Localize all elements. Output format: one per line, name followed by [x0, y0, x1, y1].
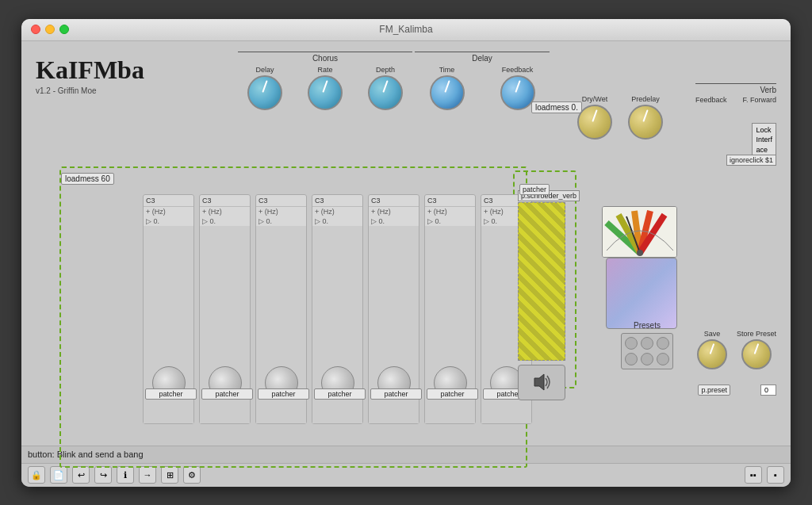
ch1-freq: + (Hz)	[144, 207, 193, 216]
chorus-delay-label: Delay	[255, 66, 274, 74]
predelay-group: Predelay	[628, 95, 663, 140]
close-button[interactable]	[31, 25, 40, 34]
vu-gauge-svg	[603, 207, 677, 258]
delay-section: Delay Time Feedback	[415, 52, 550, 110]
chorus-delay-group: Delay	[247, 66, 282, 110]
store-preset-label: Store Preset	[737, 330, 776, 338]
ch5-note: C3	[369, 195, 419, 207]
ch2-val[interactable]: ▷ 0.	[200, 216, 250, 226]
main-window: FM_Kalimba KaIFMba v1.2 - Griffin Moe lo…	[21, 19, 791, 487]
maximize-button[interactable]	[59, 25, 69, 34]
preset-dot-1[interactable]	[625, 337, 638, 350]
toolbar-undo[interactable]: ↩	[72, 466, 90, 484]
speaker-icon	[530, 370, 553, 394]
chorus-rate-knob[interactable]	[308, 75, 343, 110]
toolbar-resize2[interactable]: ▪	[767, 466, 784, 484]
main-content: KaIFMba v1.2 - Griffin Moe loadmess 60 l…	[21, 41, 791, 446]
logo-area: KaIFMba v1.2 - Griffin Moe	[36, 55, 139, 95]
svg-marker-0	[534, 374, 544, 390]
delay-feedback-label: Feedback	[502, 66, 534, 74]
presets-label: Presets	[621, 321, 673, 330]
predelay-knob[interactable]	[628, 105, 663, 140]
verb-label: Verb	[695, 83, 776, 94]
minimize-button[interactable]	[45, 25, 55, 34]
chorus-label: Chorus	[238, 52, 412, 63]
toolbar-resize1[interactable]: ▪▪	[745, 466, 762, 484]
ch4-note: C3	[312, 195, 362, 207]
verb-section: Verb Feedback F. Forward	[695, 83, 776, 104]
toolbar-info[interactable]: ℹ	[117, 466, 134, 484]
toolbar-doc[interactable]: 📄	[50, 466, 67, 484]
chorus-depth-group: Depth	[368, 66, 403, 110]
save-knob[interactable]	[697, 339, 727, 369]
preset-dot-2[interactable]	[641, 337, 653, 350]
vu-meter	[602, 206, 677, 258]
ch3-val[interactable]: ▷ 0.	[256, 216, 306, 226]
delay-knobs: Time Feedback	[415, 66, 550, 110]
patcher-2[interactable]: patcher	[201, 388, 253, 400]
chorus-rate-label: Rate	[317, 66, 332, 74]
patcher-1[interactable]: patcher	[145, 388, 197, 400]
drywet-predelay-area: Dry/Wet Predelay	[577, 95, 663, 140]
delay-label: Delay	[415, 52, 550, 63]
app-subtitle: v1.2 - Griffin Moe	[36, 86, 139, 95]
chorus-knobs: Delay Rate Depth	[238, 66, 412, 110]
ch4-val[interactable]: ▷ 0.	[312, 216, 362, 226]
preset-dot-3[interactable]	[657, 337, 669, 350]
store-preset-group: Store Preset	[737, 330, 776, 369]
chorus-delay-knob[interactable]	[247, 75, 282, 110]
drywet-group: Dry/Wet	[577, 95, 612, 140]
presets-grid	[621, 333, 673, 369]
ignoreclick-label: ignoreclick $1	[726, 155, 776, 166]
window-title: FM_Kalimba	[379, 24, 432, 35]
save-group: Save	[697, 330, 727, 369]
ch1-val[interactable]: ▷ 0.	[144, 216, 193, 226]
svg-point-3	[637, 250, 643, 256]
schroeder-verb-box	[518, 202, 565, 361]
delay-feedback-knob[interactable]	[500, 75, 535, 110]
chorus-depth-label: Depth	[376, 66, 395, 74]
drywet-label: Dry/Wet	[582, 95, 607, 103]
ch3-freq: + (Hz)	[256, 207, 306, 216]
toolbar-arrow[interactable]: →	[139, 466, 156, 484]
verb-feedback: Feedback	[695, 96, 727, 104]
verb-fforward: F. Forward	[742, 96, 776, 104]
patcher-4[interactable]: patcher	[314, 388, 366, 400]
colorpad[interactable]	[606, 258, 677, 329]
patcher-6[interactable]: patcher	[427, 388, 478, 400]
patcher-3[interactable]: patcher	[258, 388, 309, 400]
preset-dot-4[interactable]	[625, 353, 638, 365]
drywet-knob[interactable]	[577, 105, 612, 140]
patcher-labels: patcher patcher patcher patcher patcher …	[145, 388, 534, 400]
schroeder-patcher[interactable]: patcher	[519, 184, 550, 195]
store-preset-knob[interactable]	[741, 339, 772, 369]
toolbar-gear[interactable]: ⚙	[183, 466, 201, 484]
ch2-freq: + (Hz)	[200, 207, 250, 216]
p-preset-box[interactable]: p.preset	[698, 384, 730, 396]
patcher-5[interactable]: patcher	[370, 388, 422, 400]
chorus-rate-group: Rate	[308, 66, 343, 110]
toolbar-grid[interactable]: ⊞	[161, 466, 178, 484]
toolbar-lock[interactable]: 🔒	[28, 466, 45, 484]
ch5-val[interactable]: ▷ 0.	[369, 216, 419, 226]
chorus-depth-knob[interactable]	[368, 75, 403, 110]
save-label: Save	[704, 330, 721, 338]
presets-area: Presets	[621, 321, 673, 369]
delay-time-knob[interactable]	[430, 75, 465, 110]
patch-area: KaIFMba v1.2 - Griffin Moe loadmess 60 l…	[28, 48, 784, 439]
preset-dot-5[interactable]	[641, 353, 653, 365]
speaker-button[interactable]	[518, 365, 565, 400]
app-title: KaIFMba	[36, 55, 139, 85]
delay-time-label: Time	[439, 66, 455, 74]
ch6-note: C3	[425, 195, 475, 207]
ch6-val[interactable]: ▷ 0.	[425, 216, 475, 226]
ch2-note: C3	[200, 195, 250, 207]
toolbar-redo[interactable]: ↪	[94, 466, 112, 484]
preset-num-box[interactable]: 0	[760, 384, 776, 396]
preset-dot-6[interactable]	[657, 353, 669, 365]
lock-label: Lock	[756, 125, 772, 136]
lock-interface-box[interactable]: Lock Interf ace	[752, 123, 776, 158]
title-bar: FM_Kalimba	[21, 19, 791, 41]
ch3-note: C3	[256, 195, 306, 207]
interface-label: Interf	[756, 135, 772, 145]
